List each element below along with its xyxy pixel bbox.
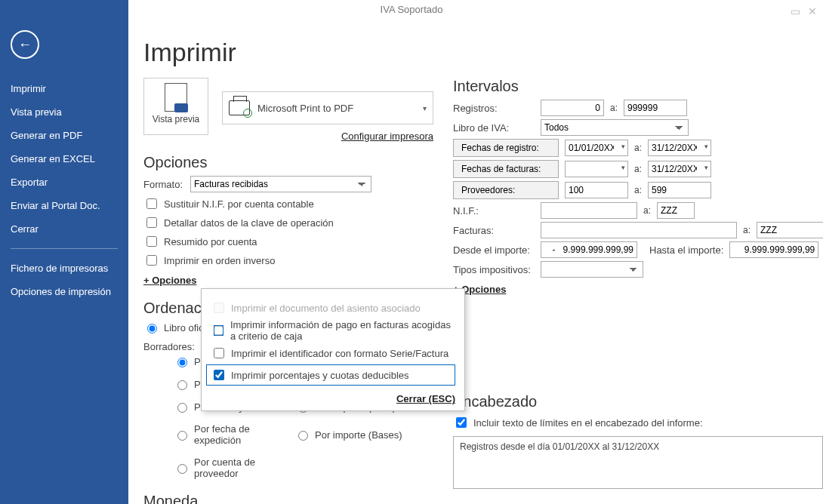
back-button[interactable]: ← — [11, 30, 39, 59]
radio-por-fecha-num[interactable] — [177, 403, 187, 413]
proveedores-button[interactable]: Proveedores: — [453, 181, 559, 199]
window-minimize-icon[interactable]: ▭ — [791, 2, 800, 21]
main-panel: Imprimir Vista previa Microsoft Print to… — [128, 23, 823, 504]
radio-por-cuenta-prov[interactable] — [177, 464, 187, 474]
tipos-impositivos-label: Tipos impositivos: — [453, 264, 535, 275]
facturas-from[interactable] — [541, 222, 737, 238]
hasta-importe-input[interactable] — [729, 241, 818, 258]
fecha-facturas-from[interactable] — [565, 161, 628, 177]
arrow-left-icon: ← — [18, 37, 32, 53]
chk-resumido-cuenta[interactable] — [146, 236, 157, 247]
opciones-popup: Imprimir el documento del asiento asocia… — [201, 288, 465, 411]
a-label: a: — [634, 143, 642, 153]
sidebar-item-enviar-portal[interactable]: Enviar al Portal Doc. — [0, 194, 128, 217]
sidebar-separator — [11, 248, 118, 249]
proveedores-from[interactable] — [565, 182, 628, 198]
popup-close-link[interactable]: Cerrar (ESC) — [396, 393, 455, 404]
tipos-impositivos-select[interactable] — [541, 261, 643, 278]
chk-sustituir-nif[interactable] — [146, 198, 157, 209]
page-title: Imprimir — [143, 38, 805, 67]
chk-imprimir-doc-asiento — [214, 303, 224, 313]
fecha-registro-from[interactable] — [565, 140, 628, 156]
radio-por-fecha-exped-label: Por fecha de expedición — [194, 423, 294, 446]
document-preview-icon — [165, 83, 187, 112]
radio-por-numero[interactable] — [177, 358, 187, 367]
opciones-plus-link[interactable]: + Opciones — [143, 275, 196, 286]
proveedores-to[interactable] — [648, 182, 711, 198]
sidebar-item-exportar[interactable]: Exportar — [0, 171, 128, 194]
sidebar-item-opciones-impresion[interactable]: Opciones de impresión — [0, 280, 128, 303]
chevron-down-icon: ▾ — [423, 104, 427, 112]
window-title: IVA Soportado — [381, 4, 443, 15]
fechas-registro-button[interactable]: Fechas de registro: — [453, 139, 559, 157]
radio-por-cuenta-prov-label: Por cuenta de proveedor — [194, 456, 294, 479]
chk-detallar-clave[interactable] — [146, 217, 157, 228]
radio-por-fecha[interactable] — [177, 380, 187, 390]
radio-por-importe-bases-label: Por importe (Bases) — [315, 429, 402, 441]
a-label: a: — [610, 103, 618, 113]
chk-imprimir-identificador-label: Imprimir el identificador con formato Se… — [231, 348, 448, 359]
formato-label: Formato: — [143, 179, 186, 190]
printer-icon — [229, 100, 250, 115]
sidebar-item-generar-excel[interactable]: Generar en EXCEL — [0, 147, 128, 171]
nif-to[interactable] — [657, 202, 695, 219]
printer-name: Microsoft Print to PDF — [257, 103, 353, 114]
sidebar: ← Imprimir Vista previa Generar en PDF G… — [0, 0, 128, 504]
chk-incluir-texto-limites-label: Incluir texto de límites en el encabezad… — [473, 417, 703, 429]
chk-resumido-cuenta-label: Resumido por cuenta — [164, 236, 257, 247]
desde-importe-input[interactable] — [541, 241, 637, 258]
fecha-registro-to[interactable] — [648, 140, 711, 156]
chk-imprimir-porcentajes[interactable] — [214, 370, 224, 380]
sidebar-item-fichero-impresoras[interactable]: Fichero de impresoras — [0, 257, 128, 280]
intervalos-heading: Intervalos — [453, 78, 823, 95]
configure-printer-link[interactable]: Configurar impresora — [341, 131, 433, 142]
sidebar-item-cerrar[interactable]: Cerrar — [0, 217, 128, 241]
encabezado-textarea[interactable]: Registros desde el día 01/01/20XX al 31/… — [453, 436, 823, 489]
libro-iva-label: Libro de IVA: — [453, 122, 535, 134]
sidebar-item-generar-pdf[interactable]: Generar en PDF — [0, 124, 128, 147]
vista-previa-button[interactable]: Vista previa — [143, 78, 208, 135]
radio-libro-oficial[interactable] — [147, 324, 157, 333]
moneda-heading: Moneda — [143, 493, 433, 504]
chk-orden-inverso[interactable] — [146, 255, 157, 266]
a-label: a: — [634, 164, 642, 174]
encabezado-heading: Encabezado — [453, 393, 823, 410]
chk-detallar-clave-label: Detallar datos de la clave de operación — [164, 217, 334, 229]
facturas-to[interactable] — [757, 222, 823, 238]
fecha-facturas-to[interactable] — [648, 161, 711, 177]
sidebar-item-imprimir[interactable]: Imprimir — [0, 77, 128, 100]
chk-imprimir-info-pago[interactable] — [214, 325, 223, 336]
desde-importe-label: Desde el importe: — [453, 244, 535, 256]
nif-from[interactable] — [541, 202, 637, 219]
vista-previa-label: Vista previa — [144, 114, 208, 124]
chk-imprimir-porcentajes-label: Imprimir porcentajes y cuotas deducibles — [231, 370, 409, 381]
chk-imprimir-doc-asiento-label: Imprimir el documento del asiento asocia… — [231, 303, 421, 314]
registros-to-input[interactable] — [624, 100, 687, 116]
facturas-label: Facturas: — [453, 225, 535, 236]
registros-from-input[interactable] — [541, 100, 604, 116]
fechas-facturas-button[interactable]: Fechas de facturas: — [453, 160, 559, 178]
window-close-icon[interactable]: ✕ — [808, 2, 817, 21]
chk-sustituir-nif-label: Sustituir N.I.F. por cuenta contable — [164, 198, 314, 210]
chk-imprimir-identificador[interactable] — [214, 348, 224, 358]
radio-por-fecha-exped[interactable] — [177, 431, 187, 441]
a-label: a: — [643, 205, 651, 216]
chk-incluir-texto-limites[interactable] — [456, 417, 467, 428]
chk-orden-inverso-label: Imprimir en orden inverso — [164, 255, 275, 266]
radio-por-importe-bases[interactable] — [298, 431, 308, 441]
nif-label: N.I.F.: — [453, 205, 535, 217]
opciones-heading: Opciones — [143, 154, 433, 171]
sidebar-item-vista-previa[interactable]: Vista previa — [0, 100, 128, 124]
a-label: a: — [634, 185, 642, 195]
registros-label: Registros: — [453, 103, 535, 114]
a-label: a: — [743, 225, 751, 235]
printer-selector[interactable]: Microsoft Print to PDF ▾ — [222, 91, 433, 124]
hasta-importe-label: Hasta el importe: — [649, 244, 723, 256]
libro-iva-select[interactable]: Todos — [541, 119, 689, 136]
chk-imprimir-info-pago-label: Imprimir información de pago en facturas… — [230, 319, 455, 342]
formato-select[interactable]: Facturas recibidas — [190, 176, 371, 192]
